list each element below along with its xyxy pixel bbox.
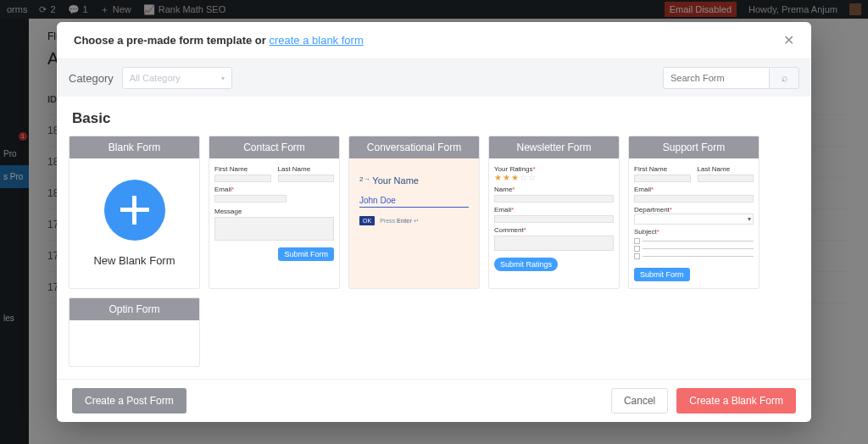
- search-icon: ⌕: [782, 72, 787, 84]
- modal-title: Choose a pre-made form template or creat…: [74, 34, 364, 47]
- label-ratings: Your Ratings*: [494, 165, 614, 173]
- preview-input: [214, 195, 287, 203]
- blank-form-label: New Blank Form: [93, 254, 175, 267]
- card-title: Newsletter Form: [489, 136, 619, 158]
- convo-ok-line: OK Press Enter ↵: [359, 216, 469, 225]
- label-message: Message: [214, 208, 334, 215]
- preview-input: [278, 175, 335, 182]
- label-comment: Comment*: [494, 226, 614, 234]
- preview-input: [214, 175, 271, 182]
- ok-button: OK: [359, 216, 375, 225]
- create-blank-form-button[interactable]: Create a Blank Form: [676, 388, 796, 413]
- preview-submit-button: Submit Form: [634, 268, 690, 281]
- modal-title-text: Choose a pre-made form template or: [74, 34, 269, 47]
- card-title: Optin Form: [70, 298, 199, 320]
- label-first-name: First Name: [634, 165, 691, 173]
- preview-select: ▾: [634, 214, 754, 225]
- card-title: Conversational Form: [349, 136, 479, 158]
- create-post-form-button[interactable]: Create a Post Form: [72, 388, 186, 413]
- label-email: Email*: [494, 206, 614, 214]
- template-card-conversational[interactable]: Conversational Form 2→ Your Name John Do…: [348, 136, 480, 289]
- chevron-down-icon: ▾: [748, 215, 751, 223]
- category-label: Category: [69, 72, 114, 85]
- preview-submit-button: Submit Form: [278, 247, 334, 261]
- template-modal: Choose a pre-made form template or creat…: [57, 22, 811, 422]
- preview-input: [494, 195, 614, 203]
- label-name: Name*: [494, 186, 614, 193]
- close-icon[interactable]: ✕: [783, 32, 794, 48]
- preview-submit-button: Submit Ratings: [494, 258, 558, 271]
- section-title: Basic: [72, 110, 796, 127]
- cancel-button[interactable]: Cancel: [611, 388, 668, 413]
- chevron-down-icon: ▾: [221, 75, 225, 82]
- preview-input: [634, 195, 754, 203]
- preview-textarea: [494, 236, 614, 251]
- modal-overlay: Choose a pre-made form template or creat…: [0, 0, 868, 444]
- modal-header: Choose a pre-made form template or creat…: [57, 22, 811, 59]
- search-input[interactable]: [663, 67, 769, 89]
- template-card-optin[interactable]: Optin Form: [69, 297, 200, 367]
- search-button[interactable]: ⌕: [769, 67, 799, 89]
- label-department: Department*: [634, 206, 754, 214]
- template-grid: Blank Form New Blank Form Contact Form F…: [69, 136, 799, 367]
- template-card-newsletter[interactable]: Newsletter Form Your Ratings* ★★★☆☆ Name…: [488, 136, 620, 289]
- label-email: Email*: [634, 186, 754, 193]
- label-subject: Subject*: [634, 228, 754, 236]
- preview-textarea: [214, 217, 334, 241]
- preview-input: [698, 175, 754, 182]
- modal-body: Basic Blank Form New Blank Form Contact …: [57, 97, 811, 379]
- preview-input: [494, 215, 614, 223]
- modal-footer: Create a Post Form Cancel Create a Blank…: [57, 379, 811, 422]
- label-last-name: Last Name: [278, 165, 335, 173]
- label-email: Email*: [214, 186, 334, 193]
- convo-answer: John Doe: [359, 196, 469, 208]
- create-blank-link[interactable]: create a blank form: [269, 34, 363, 47]
- label-last-name: Last Name: [698, 165, 754, 173]
- card-title: Contact Form: [209, 136, 339, 158]
- convo-prompt: 2→ Your Name: [359, 175, 469, 186]
- template-card-contact[interactable]: Contact Form First Name Last Name Email*…: [209, 136, 340, 289]
- star-rating: ★★★☆☆: [494, 173, 614, 182]
- card-title: Blank Form: [70, 136, 199, 158]
- filter-bar: Category All Category ▾ ⌕: [57, 59, 811, 97]
- card-title: Support Form: [629, 136, 759, 158]
- template-card-blank[interactable]: Blank Form New Blank Form: [69, 136, 200, 289]
- category-select[interactable]: All Category ▾: [122, 67, 232, 89]
- plus-icon: [104, 180, 165, 241]
- preview-checklist: [634, 238, 754, 259]
- category-placeholder: All Category: [130, 73, 181, 83]
- search-group: ⌕: [663, 67, 799, 89]
- enter-hint: Press Enter ↵: [380, 218, 419, 225]
- template-card-support[interactable]: Support Form First Name Last Name Email*…: [628, 136, 760, 289]
- preview-input: [634, 175, 691, 182]
- label-first-name: First Name: [214, 165, 271, 173]
